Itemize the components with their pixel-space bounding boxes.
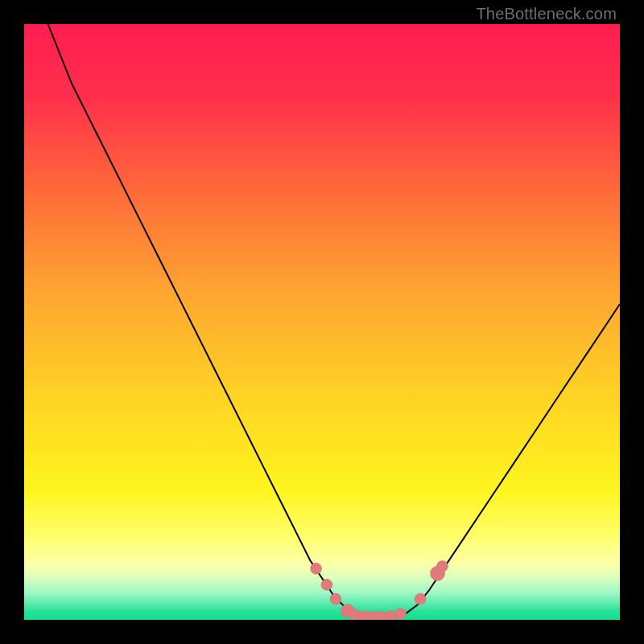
highlight-markers bbox=[311, 560, 448, 620]
plot-area bbox=[24, 24, 620, 620]
highlight-marker bbox=[321, 579, 332, 590]
highlight-marker bbox=[415, 593, 426, 605]
curve-layer bbox=[24, 24, 620, 620]
highlight-marker bbox=[436, 560, 448, 572]
watermark-text: TheBottleneck.com bbox=[476, 5, 617, 23]
highlight-marker bbox=[330, 593, 341, 605]
chart-frame: TheBottleneck.com bbox=[0, 0, 644, 644]
highlight-marker bbox=[385, 611, 396, 620]
highlight-marker bbox=[311, 563, 322, 574]
highlight-marker bbox=[395, 609, 407, 620]
bottleneck-curve bbox=[48, 24, 620, 617]
